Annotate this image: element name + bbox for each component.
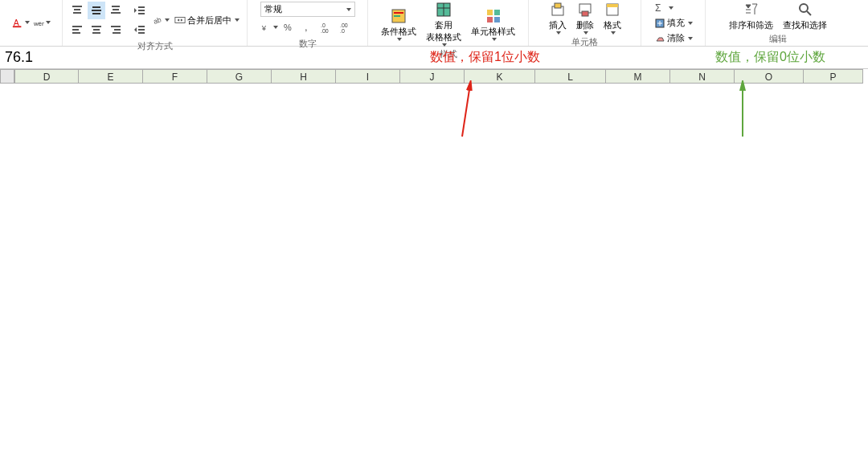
col-header-L[interactable]: L bbox=[535, 69, 606, 84]
svg-rect-16 bbox=[93, 29, 100, 31]
delete-button[interactable]: 删除 bbox=[573, 2, 597, 35]
cell-styles-label: 单元格样式 bbox=[471, 26, 515, 38]
align-top-icon[interactable] bbox=[68, 2, 86, 19]
svg-rect-45 bbox=[494, 17, 500, 22]
align-center-icon[interactable] bbox=[88, 21, 105, 39]
select-all-corner[interactable] bbox=[0, 69, 14, 84]
format-table-button[interactable]: 套用 表格格式 bbox=[423, 2, 465, 47]
svg-rect-17 bbox=[92, 32, 100, 34]
cell-styles-button[interactable]: 单元格样式 bbox=[468, 8, 518, 41]
svg-rect-5 bbox=[73, 12, 81, 14]
svg-rect-13 bbox=[72, 29, 79, 31]
svg-text:¥: ¥ bbox=[260, 23, 266, 32]
col-header-I[interactable]: I bbox=[336, 69, 400, 84]
svg-rect-26 bbox=[138, 32, 145, 34]
svg-line-55 bbox=[807, 11, 811, 15]
svg-text:.00: .00 bbox=[321, 28, 329, 34]
align-left-icon[interactable] bbox=[68, 21, 86, 39]
col-header-J[interactable]: J bbox=[400, 69, 465, 84]
spreadsheet: DEFGHIJKLMNOP 2012级法律专业学生期末成绩分析表 英语体育计算机… bbox=[0, 69, 868, 84]
decrease-decimal-icon[interactable]: .00.0 bbox=[338, 18, 355, 36]
insert-button[interactable]: 插入 bbox=[546, 2, 570, 35]
svg-rect-4 bbox=[74, 9, 80, 10]
svg-rect-19 bbox=[114, 29, 121, 31]
svg-point-54 bbox=[800, 4, 808, 12]
conditional-format-button[interactable]: 条件格式 bbox=[378, 8, 420, 41]
svg-rect-22 bbox=[138, 10, 145, 11]
svg-rect-24 bbox=[138, 26, 145, 27]
clear-button[interactable]: 清除 bbox=[653, 31, 694, 45]
svg-rect-38 bbox=[394, 15, 400, 17]
svg-rect-12 bbox=[72, 26, 82, 27]
svg-rect-23 bbox=[138, 13, 145, 14]
ribbon-group-cells: 插入 删除 格式 单元格 bbox=[529, 0, 641, 46]
comma-icon[interactable]: , bbox=[299, 18, 317, 36]
col-header-N[interactable]: N bbox=[670, 69, 735, 84]
col-header-E[interactable]: E bbox=[79, 69, 143, 84]
increase-decimal-icon[interactable]: .0.00 bbox=[318, 18, 336, 36]
orientation-icon[interactable]: ab bbox=[152, 11, 170, 29]
format-button[interactable]: 格式 bbox=[600, 2, 624, 35]
svg-text:%: % bbox=[284, 22, 292, 32]
svg-rect-42 bbox=[487, 10, 493, 15]
svg-rect-18 bbox=[111, 26, 121, 27]
sort-filter-button[interactable]: 排序和筛选 bbox=[726, 2, 776, 31]
ribbon-group-styles: 条件格式 套用 表格格式 单元格样式 样式 bbox=[368, 0, 529, 46]
svg-rect-47 bbox=[555, 3, 561, 8]
annotation-green: 数值，保留0位小数 bbox=[715, 49, 825, 66]
formula-value[interactable]: 76.1 bbox=[0, 49, 33, 66]
col-header-O[interactable]: O bbox=[735, 69, 804, 84]
col-header-M[interactable]: M bbox=[606, 69, 670, 84]
svg-text:.00: .00 bbox=[340, 22, 348, 28]
font-color-icon[interactable]: A bbox=[12, 14, 30, 31]
ribbon-group-editing: 排序和筛选 查找和选择 编辑 bbox=[706, 0, 850, 46]
percent-icon[interactable]: % bbox=[280, 18, 297, 36]
col-header-P[interactable]: P bbox=[804, 69, 863, 84]
find-label: 查找和选择 bbox=[783, 19, 827, 31]
svg-rect-20 bbox=[113, 32, 121, 34]
currency-icon[interactable]: ¥ bbox=[260, 18, 278, 36]
align-bottom-icon[interactable] bbox=[107, 2, 125, 19]
merge-label: 合并后居中 bbox=[187, 14, 231, 27]
decrease-indent-icon[interactable] bbox=[131, 2, 149, 19]
svg-rect-8 bbox=[92, 13, 100, 14]
increase-indent-icon[interactable] bbox=[131, 21, 149, 39]
svg-rect-9 bbox=[112, 6, 120, 7]
col-header-G[interactable]: G bbox=[207, 69, 272, 84]
svg-text:.0: .0 bbox=[340, 28, 345, 34]
svg-rect-43 bbox=[494, 10, 500, 15]
clear-label: 清除 bbox=[667, 32, 685, 44]
annotation-red: 数值，保留1位小数 bbox=[430, 49, 540, 66]
autosum-button[interactable]: Σ bbox=[653, 2, 675, 14]
align-right-icon[interactable] bbox=[107, 21, 125, 39]
svg-rect-49 bbox=[582, 11, 588, 16]
ribbon-group-font: A wén bbox=[0, 0, 63, 46]
col-header-H[interactable]: H bbox=[272, 69, 336, 84]
fill-button[interactable]: 填充 bbox=[653, 16, 694, 30]
merge-button[interactable]: 合并后居中 bbox=[173, 14, 241, 27]
svg-text:A: A bbox=[13, 17, 18, 27]
svg-text:Σ: Σ bbox=[655, 2, 661, 14]
phonetic-icon[interactable]: wén bbox=[33, 14, 51, 31]
ribbon: A wén ab bbox=[0, 0, 868, 47]
svg-rect-1 bbox=[12, 26, 21, 27]
col-header-K[interactable]: K bbox=[465, 69, 535, 84]
col-header-F[interactable]: F bbox=[143, 69, 207, 84]
number-format-select[interactable]: 常规 bbox=[260, 2, 355, 17]
column-headers: DEFGHIJKLMNOP bbox=[14, 69, 863, 84]
conditional-label: 条件格式 bbox=[381, 26, 416, 38]
svg-rect-7 bbox=[92, 10, 101, 11]
format-label: 格式 bbox=[604, 19, 621, 31]
col-header-D[interactable]: D bbox=[14, 69, 79, 84]
find-select-button[interactable]: 查找和选择 bbox=[780, 2, 830, 31]
fill-label: 填充 bbox=[667, 17, 685, 29]
align-middle-icon[interactable] bbox=[88, 2, 105, 19]
svg-rect-15 bbox=[92, 26, 101, 27]
svg-text:ab: ab bbox=[153, 15, 163, 26]
editing-group-label: 编辑 bbox=[769, 31, 787, 45]
svg-rect-14 bbox=[72, 32, 80, 34]
ribbon-group-number: 常规 ¥ % , .0.00 .00.0 数字 bbox=[248, 0, 368, 46]
ribbon-group-fill: Σ 填充 清除 bbox=[641, 0, 706, 46]
svg-rect-11 bbox=[111, 12, 121, 14]
format-table-label: 套用 表格格式 bbox=[426, 19, 461, 43]
